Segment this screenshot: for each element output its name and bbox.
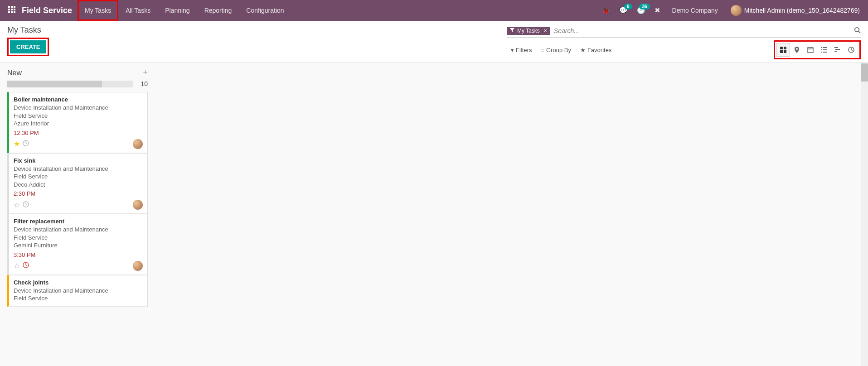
list-icon: ≡ [541,47,544,53]
card-customer: Deco Addict [14,181,143,189]
svg-rect-14 [784,50,786,53]
group-by-button[interactable]: ≡Group By [541,47,571,53]
column-count: 10 [137,80,148,87]
kanban-card[interactable]: Filter replacement Device Installation a… [7,214,148,275]
svg-point-9 [855,28,859,32]
view-activity-button[interactable] [844,43,858,57]
card-project: Device Installation and Maintenance [14,104,143,112]
svg-rect-20 [823,47,827,48]
kanban-card[interactable]: Boiler maintenance Device Installation a… [7,92,148,153]
clock-icon[interactable] [23,140,29,148]
priority-star[interactable]: ☆ [14,261,20,270]
messages-badge: 6 [624,4,632,10]
svg-rect-2 [14,6,15,8]
user-name: Mitchell Admin (demo_150_1642482769) [744,7,860,14]
kanban-column-new: New + 10 Boiler maintenance Device Insta… [7,68,148,307]
svg-rect-0 [8,6,10,8]
card-team: Field Service [14,234,143,242]
svg-rect-6 [8,11,10,13]
nav-item-configuration[interactable]: Configuration [239,0,291,21]
search-icon[interactable] [854,27,861,35]
kanban-card[interactable]: Check joints Device Installation and Mai… [7,275,148,307]
app-brand[interactable]: Field Service [20,6,78,15]
view-map-button[interactable] [790,43,804,57]
svg-rect-23 [821,52,822,53]
card-title: Check joints [14,279,143,286]
bug-icon[interactable]: 🐞 [598,6,614,14]
priority-star[interactable]: ★ [14,140,20,148]
card-title: Boiler maintenance [14,96,143,103]
activities-icon[interactable]: 🕘36 [633,6,649,14]
priority-star[interactable]: ☆ [14,201,20,209]
view-switcher-highlight [774,40,861,59]
column-title[interactable]: New [7,69,22,77]
kanban-card[interactable]: Fix sink Device Installation and Mainten… [7,153,148,214]
svg-line-36 [26,204,27,205]
nav-menu: My Tasks All Tasks Planning Reporting Co… [78,0,291,21]
kanban-view: New + 10 Boiler maintenance Device Insta… [0,63,868,365]
card-time: 2:30 PM [14,190,143,197]
assignee-avatar[interactable] [133,261,143,271]
svg-rect-25 [834,47,838,48]
progress-bar[interactable] [7,81,133,87]
card-team: Field Service [14,112,143,120]
nav-item-my-tasks[interactable]: My Tasks [78,0,118,21]
messages-icon[interactable]: 💬6 [616,6,631,14]
search-input[interactable] [550,25,854,36]
nav-item-all-tasks[interactable]: All Tasks [118,0,158,21]
card-customer: Azure Interior [14,120,143,128]
svg-rect-11 [780,47,783,49]
svg-rect-22 [823,49,827,50]
apps-icon[interactable] [4,3,20,18]
svg-rect-19 [821,47,822,48]
svg-rect-8 [14,11,15,13]
scrollbar[interactable] [861,63,868,365]
clock-icon[interactable] [23,262,29,270]
facet-label: My Tasks [517,28,540,34]
svg-rect-3 [8,9,10,10]
svg-rect-4 [11,9,13,10]
main-navbar: Field Service My Tasks All Tasks Plannin… [0,0,868,21]
favorites-button[interactable]: ★Favorites [580,47,611,53]
funnel-icon [510,28,514,34]
card-time: 12:30 PM [14,130,143,136]
create-button[interactable]: CREATE [10,40,46,53]
svg-line-33 [26,143,27,144]
svg-line-39 [26,265,27,266]
column-add-button[interactable]: + [143,68,148,77]
card-team: Field Service [14,294,143,303]
nav-right: 🐞 💬6 🕘36 ✖ Demo Company Mitchell Admin (… [598,5,864,16]
search-facet-my-tasks: My Tasks × [507,27,550,35]
facet-remove[interactable]: × [543,28,548,34]
nav-item-planning[interactable]: Planning [158,0,197,21]
svg-rect-1 [11,6,13,8]
funnel-icon: ▾ [511,47,514,53]
svg-rect-21 [821,49,822,50]
clock-icon[interactable] [23,201,29,209]
svg-rect-13 [780,50,783,53]
control-panel: My Tasks CREATE My Tasks × ▾Filters ≡Gro… [0,21,868,63]
view-kanban-button[interactable] [776,43,790,57]
card-title: Filter replacement [14,218,143,225]
company-switcher[interactable]: Demo Company [666,7,724,14]
user-avatar-icon [731,5,742,16]
card-project: Device Installation and Maintenance [14,226,143,234]
nav-item-reporting[interactable]: Reporting [197,0,239,21]
svg-rect-27 [834,51,837,52]
svg-rect-26 [835,49,840,50]
svg-rect-7 [11,11,13,13]
assignee-avatar[interactable] [133,139,143,149]
view-list-button[interactable] [817,43,831,57]
star-icon: ★ [580,47,586,53]
svg-rect-24 [823,52,827,53]
create-button-highlight: CREATE [7,38,49,56]
view-gantt-button[interactable] [831,43,844,57]
assignee-avatar[interactable] [133,200,143,210]
filters-button[interactable]: ▾Filters [511,47,532,53]
wrench-icon[interactable]: ✖ [651,6,664,14]
view-calendar-button[interactable] [804,43,817,57]
column-progress: 10 [7,80,148,87]
user-menu[interactable]: Mitchell Admin (demo_150_1642482769) [726,5,864,16]
card-project: Device Installation and Maintenance [14,287,143,295]
card-team: Field Service [14,173,143,181]
